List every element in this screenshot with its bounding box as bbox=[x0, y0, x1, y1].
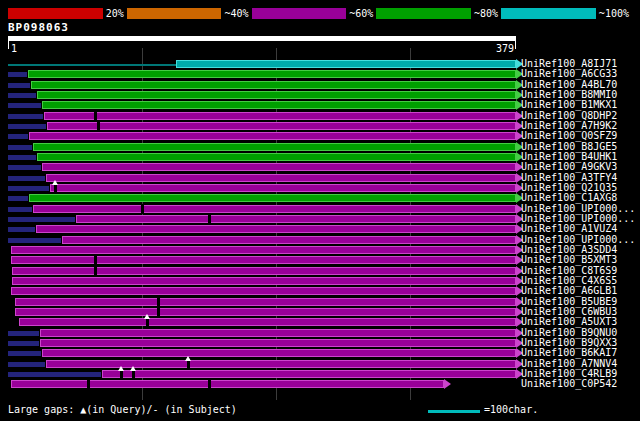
ruler-end-label: 379 bbox=[496, 43, 514, 54]
alignment-row: UniRef100_B5XMT3 bbox=[0, 255, 640, 265]
alignment-bar[interactable] bbox=[11, 380, 444, 388]
alignment-bar[interactable] bbox=[11, 246, 516, 254]
alignment-bar[interactable] bbox=[46, 174, 516, 182]
hit-accession-label[interactable]: UniRef100_A5UXT3 bbox=[521, 317, 617, 327]
alignment-row: UniRef100_Q0SFZ9 bbox=[0, 131, 640, 141]
alignment-bar[interactable] bbox=[33, 205, 516, 213]
alignment-row: UniRef100_B6KAI7 bbox=[0, 348, 640, 358]
gap-marker-triangle-icon bbox=[118, 366, 124, 371]
alignment-bar[interactable] bbox=[11, 287, 516, 295]
alignment-bar[interactable] bbox=[62, 236, 516, 244]
low-score-segment bbox=[8, 145, 32, 150]
alignment-bar[interactable] bbox=[15, 298, 516, 306]
low-score-segment bbox=[8, 372, 101, 377]
alignment-row: UniRef100_A6CG33 bbox=[0, 69, 640, 79]
hit-accession-label[interactable]: UniRef100_B6KAI7 bbox=[521, 348, 617, 358]
alignment-bar[interactable] bbox=[19, 318, 516, 326]
alignment-row: UniRef100_B1MKX1 bbox=[0, 100, 640, 110]
gap-marker-triangle-icon bbox=[185, 356, 191, 361]
low-score-segment bbox=[8, 124, 46, 129]
alignment-bar[interactable] bbox=[28, 70, 516, 78]
alignment-bar[interactable] bbox=[42, 163, 516, 171]
alignment-row: UniRef100_A1VUZ4 bbox=[0, 224, 640, 234]
identity-scalebar: 20%~40%~60%~80%~100% bbox=[8, 8, 632, 19]
low-score-segment bbox=[8, 93, 36, 98]
hit-accession-label[interactable]: UniRef100_B1MKX1 bbox=[521, 100, 617, 110]
alignment-bar[interactable] bbox=[42, 101, 516, 109]
low-score-segment bbox=[8, 114, 43, 119]
gap-break bbox=[97, 121, 100, 131]
scale-segment bbox=[501, 8, 596, 19]
alignment-row: UniRef100_A9GKV3 bbox=[0, 162, 640, 172]
low-score-segment bbox=[8, 227, 35, 232]
alignment-bar[interactable] bbox=[29, 132, 516, 140]
ruler-start-tick bbox=[8, 41, 9, 49]
low-score-segment bbox=[8, 196, 28, 201]
alignment-bar[interactable] bbox=[36, 225, 516, 233]
low-score-segment bbox=[8, 217, 75, 222]
hit-accession-label[interactable]: UniRef100_B5XMT3 bbox=[521, 255, 617, 265]
alignment-bar[interactable] bbox=[46, 360, 516, 368]
alignment-bar[interactable] bbox=[47, 122, 516, 130]
alignment-bar[interactable] bbox=[40, 339, 516, 347]
ruler-start-label: 1 bbox=[11, 43, 17, 54]
low-score-segment bbox=[8, 165, 41, 170]
scale-segment bbox=[8, 8, 103, 19]
gap-marker-triangle-icon bbox=[130, 366, 136, 371]
scale-label: ~100% bbox=[596, 8, 632, 19]
gap-break bbox=[94, 111, 97, 121]
gap-break bbox=[94, 255, 97, 265]
alignment-bar[interactable] bbox=[176, 60, 516, 68]
scale-label: ~40% bbox=[221, 8, 251, 19]
alignment-bar[interactable] bbox=[29, 194, 516, 202]
alignment-bar[interactable] bbox=[102, 370, 516, 378]
hit-accession-label[interactable]: UniRef100_C0P542 bbox=[521, 379, 617, 389]
hit-accession-label[interactable]: UniRef100_A1VUZ4 bbox=[521, 224, 617, 234]
gap-break bbox=[87, 379, 90, 389]
gap-marker-triangle-icon bbox=[52, 180, 58, 185]
alignment-bar[interactable] bbox=[37, 91, 516, 99]
alignment-bar[interactable] bbox=[11, 256, 516, 264]
gap-break bbox=[94, 266, 97, 276]
gap-break bbox=[208, 214, 211, 224]
gap-break bbox=[157, 297, 160, 307]
alignment-bar[interactable] bbox=[76, 215, 516, 223]
low-score-segment bbox=[8, 207, 32, 212]
hit-accession-label[interactable]: UniRef100_C1AXG8 bbox=[521, 193, 617, 203]
arrowhead-icon bbox=[444, 379, 451, 389]
low-score-segment bbox=[8, 341, 39, 346]
alignment-row: UniRef100_C1AXG8 bbox=[0, 193, 640, 203]
alignment-bar[interactable] bbox=[15, 308, 516, 316]
ruler-end-tick bbox=[515, 41, 516, 49]
alignment-bar[interactable] bbox=[33, 143, 516, 151]
scale-label: ~60% bbox=[346, 8, 376, 19]
low-score-segment bbox=[8, 238, 61, 243]
low-score-segment bbox=[8, 176, 45, 181]
low-score-segment bbox=[8, 103, 41, 108]
gap-break bbox=[208, 379, 211, 389]
alignment-row: UniRef100_A5UXT3 bbox=[0, 317, 640, 327]
low-score-segment bbox=[8, 72, 27, 77]
scale-length-line bbox=[428, 410, 480, 413]
alignment-bar[interactable] bbox=[12, 267, 516, 275]
low-score-segment bbox=[8, 362, 45, 367]
alignment-bar[interactable] bbox=[31, 81, 516, 89]
low-score-segment bbox=[8, 134, 28, 139]
alignment-bar[interactable] bbox=[42, 349, 516, 357]
alignment-bar[interactable] bbox=[12, 277, 516, 285]
alignment-bar[interactable] bbox=[37, 153, 516, 161]
hit-accession-label[interactable]: UniRef100_A6GLB1 bbox=[521, 286, 617, 296]
low-score-segment bbox=[8, 83, 30, 88]
alignment-bar[interactable] bbox=[40, 329, 516, 337]
low-score-segment bbox=[8, 155, 36, 160]
hit-accession-label[interactable]: UniRef100_A6CG33 bbox=[521, 69, 617, 79]
low-score-segment bbox=[8, 186, 49, 191]
scale-segment bbox=[376, 8, 471, 19]
gap-marker-triangle-icon bbox=[144, 314, 150, 319]
alignment-bar[interactable] bbox=[44, 112, 516, 120]
alignment-row: UniRef100_C0P542 bbox=[0, 379, 640, 389]
hit-accession-label[interactable]: UniRef100_A9GKV3 bbox=[521, 162, 617, 172]
hit-accession-label[interactable]: UniRef100_Q0SFZ9 bbox=[521, 131, 617, 141]
alignment-bar[interactable] bbox=[50, 184, 516, 192]
alignment-row: UniRef100_A6GLB1 bbox=[0, 286, 640, 296]
